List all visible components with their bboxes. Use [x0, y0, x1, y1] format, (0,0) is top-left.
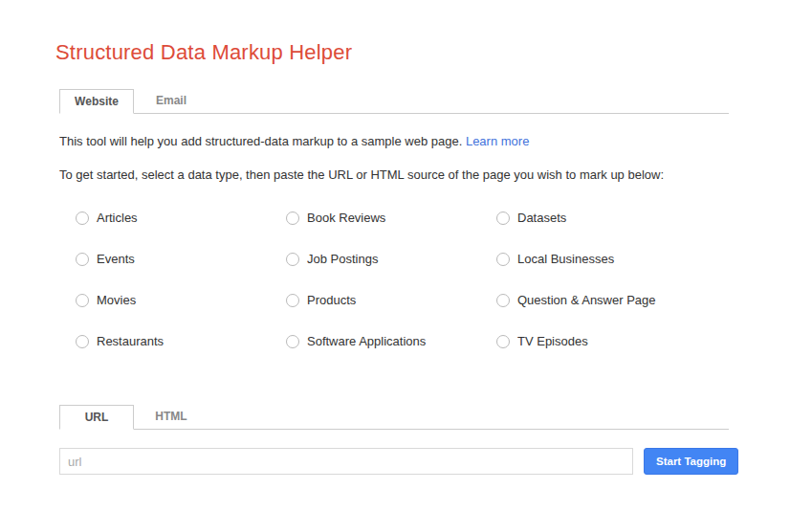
data-type-option-software-applications[interactable]: Software Applications	[286, 334, 496, 348]
main-tabbar: Website Email	[59, 88, 729, 114]
radio-icon[interactable]	[496, 294, 510, 307]
data-type-label: Book Reviews	[307, 211, 385, 225]
structured-data-markup-helper-page: Structured Data Markup Helper Website Em…	[0, 0, 812, 475]
intro-paragraph: This tool will help you add structured-d…	[59, 134, 812, 148]
data-type-label: Software Applications	[307, 334, 426, 348]
intro-text: This tool will help you add structured-d…	[59, 134, 462, 148]
url-input[interactable]	[59, 448, 633, 475]
url-input-row: Start Tagging	[59, 448, 812, 475]
data-type-label: Movies	[97, 293, 136, 307]
source-tabbar: URL HTML	[59, 404, 729, 430]
radio-icon[interactable]	[496, 211, 510, 225]
start-tagging-button[interactable]: Start Tagging	[644, 448, 738, 475]
data-type-label: TV Episodes	[517, 334, 588, 348]
radio-icon[interactable]	[76, 253, 89, 266]
data-type-label: Products	[307, 293, 356, 307]
data-type-label: Local Businesses	[517, 252, 614, 266]
data-type-label: Job Postings	[307, 252, 378, 266]
data-type-option-local-businesses[interactable]: Local Businesses	[496, 252, 707, 266]
radio-icon[interactable]	[286, 211, 299, 225]
data-type-label: Articles	[97, 211, 138, 225]
radio-icon[interactable]	[76, 294, 89, 307]
tab-email[interactable]: Email	[134, 88, 208, 113]
page-title: Structured Data Markup Helper	[55, 40, 812, 65]
data-type-option-products[interactable]: Products	[286, 293, 496, 307]
radio-icon[interactable]	[286, 253, 299, 266]
radio-icon[interactable]	[286, 294, 299, 307]
tab-url[interactable]: URL	[59, 405, 134, 430]
data-type-option-tv-episodes[interactable]: TV Episodes	[496, 334, 707, 348]
data-type-radio-grid: Articles Book Reviews Datasets Events Jo…	[76, 211, 812, 375]
instruction-paragraph: To get started, select a data type, then…	[59, 167, 812, 182]
data-type-label: Question & Answer Page	[517, 293, 656, 307]
radio-icon[interactable]	[496, 335, 510, 348]
data-type-option-articles[interactable]: Articles	[76, 211, 286, 225]
radio-icon[interactable]	[76, 211, 89, 225]
radio-icon[interactable]	[496, 253, 510, 266]
data-type-option-movies[interactable]: Movies	[76, 293, 286, 307]
data-type-option-events[interactable]: Events	[76, 252, 286, 266]
tab-html[interactable]: HTML	[134, 404, 208, 429]
tab-website[interactable]: Website	[59, 89, 134, 114]
data-type-option-job-postings[interactable]: Job Postings	[286, 252, 496, 266]
radio-icon[interactable]	[286, 335, 299, 348]
radio-icon[interactable]	[76, 335, 89, 348]
data-type-option-restaurants[interactable]: Restaurants	[76, 334, 286, 348]
data-type-label: Restaurants	[97, 334, 164, 348]
data-type-label: Datasets	[517, 211, 566, 225]
data-type-label: Events	[97, 252, 135, 266]
data-type-option-question-answer-page[interactable]: Question & Answer Page	[496, 293, 707, 307]
data-type-option-datasets[interactable]: Datasets	[496, 211, 707, 225]
learn-more-link[interactable]: Learn more	[466, 134, 529, 148]
data-type-option-book-reviews[interactable]: Book Reviews	[286, 211, 496, 225]
